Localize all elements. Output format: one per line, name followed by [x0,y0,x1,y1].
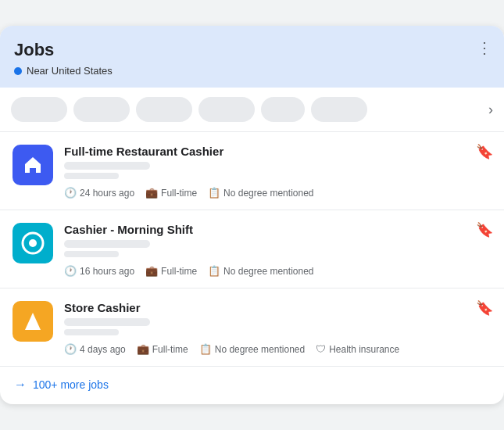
bookmark-button-1[interactable]: 🔖 [476,143,493,160]
more-jobs-label: 100+ more jobs [33,378,109,391]
job-logo-2 [13,223,53,263]
job-title-3: Store Cashier [64,301,491,314]
clock-icon-3: 🕐 [64,343,77,355]
filter-pill-3[interactable] [136,97,192,122]
type-meta-1: 💼 Full-time [145,187,197,199]
job-title-2: Cashier - Morning Shift [64,223,491,236]
footer: → 100+ more jobs [0,367,504,404]
job-content-2: Cashier - Morning Shift 🕐 16 hours ago 💼… [64,223,491,277]
briefcase-icon-1: 💼 [145,187,158,199]
edu-icon-3: 📋 [199,343,212,355]
location-label: Near United States [27,65,113,77]
job-subtitle-placeholder-3 [64,329,119,335]
clock-icon-1: 🕐 [64,187,77,199]
job-type-3: Full-time [152,344,188,355]
edu-icon-2: 📋 [208,265,220,277]
job-item-3[interactable]: Store Cashier 🕐 4 days ago 💼 Full-time 📋… [0,288,504,367]
jobs-list: Full-time Restaurant Cashier 🕐 24 hours … [0,132,504,367]
location-dot-icon [14,67,22,75]
briefcase-icon-3: 💼 [137,343,149,355]
job-company-placeholder-3 [64,318,150,326]
job-item-2[interactable]: Cashier - Morning Shift 🕐 16 hours ago 💼… [0,210,504,288]
job-meta-1: 🕐 24 hours ago 💼 Full-time 📋 No degree m… [64,187,491,199]
job-company-placeholder-1 [64,162,150,170]
more-jobs-link[interactable]: → 100+ more jobs [14,378,109,392]
health-icon-3: 🛡 [316,343,326,355]
clock-icon-2: 🕐 [64,265,77,277]
bookmark-button-2[interactable]: 🔖 [476,221,493,238]
location-line: Near United States [14,65,490,77]
extra-meta-3: 🛡 Health insurance [316,343,399,355]
job-item-1[interactable]: Full-time Restaurant Cashier 🕐 24 hours … [0,132,504,210]
extra-3: Health insurance [329,344,399,355]
filter-pill-4[interactable] [198,97,255,122]
job-subtitle-placeholder-2 [64,251,119,257]
job-company-placeholder-2 [64,240,150,248]
edu-meta-2: 📋 No degree mentioned [208,265,313,277]
svg-point-1 [29,239,37,247]
edu-icon-1: 📋 [208,187,220,199]
education-2: No degree mentioned [223,266,313,277]
job-logo-3 [13,301,53,342]
more-options-button[interactable]: ⋮ [477,38,493,57]
job-type-2: Full-time [161,266,197,277]
job-meta-2: 🕐 16 hours ago 💼 Full-time 📋 No degree m… [64,265,491,277]
edu-meta-1: 📋 No degree mentioned [208,187,313,199]
type-meta-2: 💼 Full-time [145,265,197,277]
arrow-right-icon: → [14,378,27,392]
filter-pill-5[interactable] [261,97,305,122]
time-meta-2: 🕐 16 hours ago [64,265,134,277]
time-ago-1: 24 hours ago [80,188,134,199]
filter-pill-1[interactable] [11,97,67,122]
time-ago-2: 16 hours ago [80,266,134,277]
job-meta-3: 🕐 4 days ago 💼 Full-time 📋 No degree men… [64,343,491,355]
job-subtitle-placeholder-1 [64,173,119,179]
time-ago-3: 4 days ago [80,344,126,355]
type-meta-3: 💼 Full-time [137,343,188,355]
job-type-1: Full-time [161,188,197,199]
filter-pill-2[interactable] [73,97,130,122]
job-logo-1 [13,145,53,185]
education-1: No degree mentioned [223,188,313,199]
job-content-1: Full-time Restaurant Cashier 🕐 24 hours … [64,145,491,199]
filter-scroll-arrow[interactable]: › [488,102,493,118]
education-3: No degree mentioned [215,344,305,355]
jobs-card: Jobs Near United States ⋮ › Full-time Re… [0,26,504,404]
filter-row: › [0,88,504,132]
briefcase-icon-2: 💼 [145,265,158,277]
edu-meta-3: 📋 No degree mentioned [199,343,305,355]
filter-pill-6[interactable] [311,97,367,122]
header: Jobs Near United States ⋮ [0,26,504,88]
page-title: Jobs [14,40,490,60]
job-title-1: Full-time Restaurant Cashier [64,145,491,158]
svg-marker-2 [25,313,41,330]
bookmark-button-3[interactable]: 🔖 [476,299,493,317]
time-meta-1: 🕐 24 hours ago [64,187,134,199]
time-meta-3: 🕐 4 days ago [64,343,126,355]
job-content-3: Store Cashier 🕐 4 days ago 💼 Full-time 📋… [64,301,491,355]
